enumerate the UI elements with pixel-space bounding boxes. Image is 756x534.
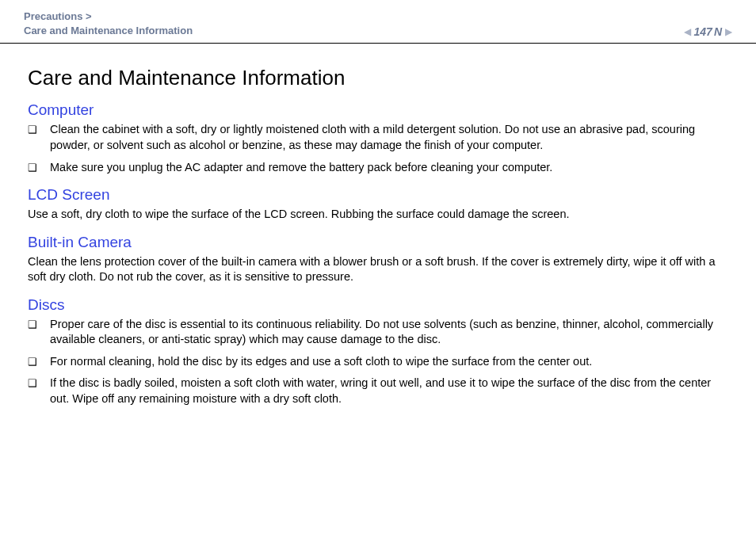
page-header: Precautions > Care and Maintenance Infor… <box>0 0 756 44</box>
bullet-icon: ❑ <box>28 160 50 175</box>
bullet-icon: ❑ <box>28 376 50 391</box>
next-page-arrow-icon[interactable]: ▶ <box>725 27 732 36</box>
breadcrumb: Precautions > Care and Maintenance Infor… <box>24 10 193 38</box>
bullet-icon: ❑ <box>28 122 50 137</box>
page-content: Care and Maintenance Information Compute… <box>0 44 756 406</box>
page-nav: ◀ 147 N ▶ <box>684 25 732 38</box>
bullet-icon: ❑ <box>28 317 50 332</box>
page-number-suffix: N <box>714 25 722 38</box>
page-number: 147 <box>694 25 712 38</box>
bullet-text: Make sure you unplug the AC adapter and … <box>50 160 728 176</box>
bullet-icon: ❑ <box>28 354 50 369</box>
lcd-body: Use a soft, dry cloth to wipe the surfac… <box>28 207 728 223</box>
section-heading-camera: Built-in Camera <box>28 234 728 251</box>
prev-page-arrow-icon[interactable]: ◀ <box>684 27 691 36</box>
list-item: ❑ Make sure you unplug the AC adapter an… <box>28 160 728 176</box>
bullet-text: Proper care of the disc is essential to … <box>50 317 728 348</box>
list-item: ❑ Proper care of the disc is essential t… <box>28 317 728 348</box>
discs-bullets: ❑ Proper care of the disc is essential t… <box>28 317 728 407</box>
list-item: ❑ For normal cleaning, hold the disc by … <box>28 354 728 370</box>
computer-bullets: ❑ Clean the cabinet with a soft, dry or … <box>28 122 728 175</box>
bullet-text: Clean the cabinet with a soft, dry or li… <box>50 122 728 153</box>
section-heading-discs: Discs <box>28 296 728 314</box>
list-item: ❑ If the disc is badly soiled, moisten a… <box>28 376 728 406</box>
list-item: ❑ Clean the cabinet with a soft, dry or … <box>28 122 728 153</box>
bullet-text: For normal cleaning, hold the disc by it… <box>50 354 728 370</box>
section-heading-lcd: LCD Screen <box>28 186 728 204</box>
section-heading-computer: Computer <box>28 101 728 119</box>
bullet-text: If the disc is badly soiled, moisten a s… <box>50 376 728 406</box>
breadcrumb-line2: Care and Maintenance Information <box>24 25 193 36</box>
page-title: Care and Maintenance Information <box>28 66 728 90</box>
camera-body: Clean the lens protection cover of the b… <box>28 254 728 285</box>
breadcrumb-line1: Precautions > <box>24 10 92 22</box>
